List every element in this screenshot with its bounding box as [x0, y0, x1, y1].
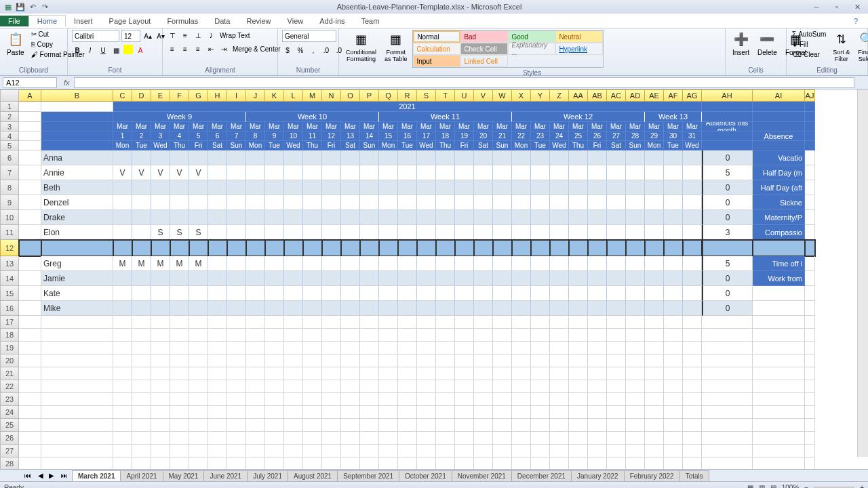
cell[interactable] — [284, 165, 303, 180]
cell[interactable] — [531, 256, 550, 271]
cell[interactable] — [398, 432, 417, 445]
cell[interactable] — [531, 432, 550, 445]
cell[interactable] — [208, 286, 227, 301]
cell[interactable] — [151, 240, 170, 256]
cell[interactable] — [189, 210, 208, 225]
cell[interactable] — [341, 316, 360, 329]
cell[interactable] — [664, 329, 683, 342]
cell[interactable] — [417, 180, 436, 195]
cell[interactable] — [607, 150, 626, 165]
cell[interactable] — [322, 393, 341, 406]
col-header[interactable]: AG — [683, 89, 702, 102]
col-header[interactable]: AJ — [805, 89, 815, 102]
cell[interactable] — [645, 406, 664, 419]
col-header[interactable]: I — [227, 89, 246, 102]
cell[interactable] — [360, 329, 379, 342]
cell[interactable] — [398, 380, 417, 393]
cell[interactable] — [379, 150, 398, 165]
cell[interactable] — [265, 301, 284, 316]
cell[interactable] — [531, 406, 550, 419]
cell[interactable] — [322, 432, 341, 445]
cell[interactable] — [265, 432, 284, 445]
cell[interactable] — [753, 329, 805, 342]
cell[interactable]: 18 — [436, 131, 455, 141]
row-header[interactable]: 3 — [0, 122, 19, 131]
row-header[interactable]: 1 — [0, 102, 19, 112]
cell[interactable] — [341, 301, 360, 316]
cell[interactable]: Fri — [322, 141, 341, 150]
cell[interactable] — [664, 286, 683, 301]
cell[interactable] — [626, 316, 645, 329]
cell[interactable] — [132, 180, 151, 195]
cell[interactable] — [379, 342, 398, 354]
cell[interactable] — [645, 240, 664, 256]
cell[interactable] — [493, 150, 512, 165]
cell[interactable] — [805, 122, 815, 131]
cell[interactable] — [417, 286, 436, 301]
cell-styles-gallery[interactable]: Normal Bad Good Neutral Calculation Chec… — [412, 30, 604, 68]
cell[interactable] — [805, 342, 815, 354]
cell[interactable]: Mar — [550, 122, 569, 131]
cell[interactable] — [284, 367, 303, 380]
row-header[interactable]: 13 — [0, 256, 19, 271]
cell[interactable]: 24 — [550, 131, 569, 141]
cell[interactable]: 25 — [569, 131, 588, 141]
cell[interactable]: M — [151, 256, 170, 271]
cell[interactable] — [436, 445, 455, 458]
cell[interactable] — [41, 354, 113, 367]
cell[interactable] — [151, 195, 170, 210]
cell[interactable] — [645, 165, 664, 180]
cell[interactable] — [360, 393, 379, 406]
col-header[interactable]: X — [512, 89, 531, 102]
style-bad[interactable]: Bad — [460, 30, 508, 43]
cell[interactable] — [417, 256, 436, 271]
cell[interactable]: Sat — [208, 141, 227, 150]
cell[interactable] — [398, 354, 417, 367]
cell[interactable] — [417, 195, 436, 210]
row-header[interactable]: 18 — [0, 329, 19, 342]
cell[interactable]: 10 — [284, 131, 303, 141]
cell[interactable]: 5 — [702, 165, 753, 180]
cell[interactable]: Wed — [550, 141, 569, 150]
cell[interactable] — [607, 165, 626, 180]
cell[interactable] — [246, 256, 265, 271]
cell[interactable] — [379, 256, 398, 271]
cell[interactable] — [569, 380, 588, 393]
cell[interactable]: Mar — [341, 122, 360, 131]
cell[interactable] — [805, 112, 815, 122]
cell[interactable] — [19, 180, 41, 195]
cell[interactable] — [113, 458, 132, 469]
cell[interactable] — [398, 342, 417, 354]
cell[interactable] — [19, 240, 41, 256]
cell[interactable] — [246, 286, 265, 301]
cell[interactable] — [683, 286, 702, 301]
select-all-corner[interactable] — [0, 89, 19, 102]
cell[interactable] — [113, 342, 132, 354]
cell[interactable] — [588, 380, 607, 393]
cell[interactable]: Thu — [303, 141, 322, 150]
cell[interactable] — [170, 240, 189, 256]
cell[interactable] — [132, 393, 151, 406]
cell[interactable]: Greg — [41, 256, 113, 271]
cell[interactable] — [626, 286, 645, 301]
row-header[interactable]: 8 — [0, 180, 19, 195]
cell[interactable] — [493, 406, 512, 419]
cell[interactable] — [360, 225, 379, 240]
cell[interactable] — [474, 286, 493, 301]
cell[interactable] — [455, 406, 474, 419]
cell[interactable] — [398, 271, 417, 286]
cell[interactable] — [322, 406, 341, 419]
cell[interactable] — [208, 150, 227, 165]
col-header[interactable]: P — [360, 89, 379, 102]
cell[interactable] — [265, 329, 284, 342]
cell[interactable] — [417, 165, 436, 180]
cell[interactable] — [265, 393, 284, 406]
cell[interactable] — [322, 165, 341, 180]
col-header[interactable]: AA — [569, 89, 588, 102]
cell[interactable] — [189, 367, 208, 380]
percent-icon[interactable]: % — [295, 45, 306, 56]
cell[interactable] — [379, 180, 398, 195]
cell[interactable]: Tue — [265, 141, 284, 150]
cell[interactable] — [303, 406, 322, 419]
cell[interactable] — [664, 393, 683, 406]
